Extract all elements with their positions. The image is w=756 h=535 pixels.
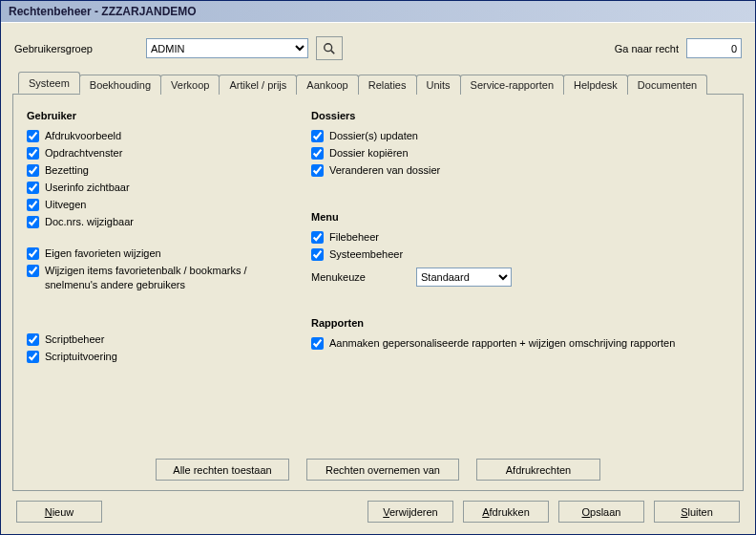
checkbox-wijzigen-favorietenbalk[interactable] (27, 265, 39, 277)
save-button[interactable]: Opslaan (558, 501, 644, 523)
checkbox-row: Wijzigen items favorietenbalk / bookmark… (27, 264, 284, 292)
tab-service-rapporten[interactable]: Service-rapporten (460, 75, 564, 95)
menukeuze-select[interactable]: Standaard (416, 268, 512, 287)
checkbox-filebeheer[interactable] (311, 231, 324, 244)
checkbox-dossier-kopieren[interactable] (311, 147, 324, 160)
usergroup-select[interactable]: ADMIN (146, 38, 308, 58)
delete-button[interactable]: Verwijderen (368, 501, 453, 523)
checkbox-aanmaken-rapporten[interactable] (311, 337, 324, 350)
usergroup-label: Gebruikersgroep (14, 43, 138, 54)
tab-helpdesk[interactable]: Helpdesk (563, 75, 628, 95)
goto-right-label: Ga naar recht (615, 43, 679, 54)
checkbox-row: Veranderen van dossier (311, 163, 729, 178)
tabstrip: Systeem Boekhouding Verkoop Artikel / pr… (12, 72, 744, 95)
checkbox-scriptuitvoering[interactable] (27, 351, 39, 363)
checkbox-row: Scriptuitvoering (27, 350, 284, 364)
close-button[interactable]: Sluiten (654, 501, 740, 523)
new-button[interactable]: Nieuw (16, 501, 102, 523)
svg-point-0 (325, 43, 332, 51)
checkbox-label: Veranderen van dossier (329, 163, 440, 178)
checkbox-docnrs-wijzigbaar[interactable] (27, 216, 39, 228)
window-body: Gebruikersgroep ADMIN Ga naar recht Syst… (1, 23, 755, 534)
checkbox-userinfo-zichtbaar[interactable] (27, 182, 39, 194)
checkbox-row: Bezetting (27, 163, 284, 178)
svg-line-1 (331, 50, 334, 53)
group-title-rapporten: Rapporten (311, 317, 729, 329)
checkbox-eigen-favorieten[interactable] (27, 247, 39, 260)
checkbox-label: Userinfo zichtbaar (45, 181, 130, 195)
tab-boekhouding[interactable]: Boekhouding (79, 75, 161, 95)
checkbox-row: Uitvegen (27, 198, 284, 212)
checkbox-label: Wijzigen items favorietenbalk / bookmark… (45, 264, 284, 292)
panel-button-row: Alle rechten toestaan Rechten overnemen … (27, 449, 729, 481)
checkbox-label: Scriptbeheer (45, 332, 104, 347)
checkbox-label: Scriptuitvoering (45, 350, 117, 364)
checkbox-uitvegen[interactable] (27, 199, 39, 211)
checkbox-label: Dossier(s) updaten (329, 129, 418, 143)
checkbox-row: Eigen favorieten wijzigen (27, 246, 284, 261)
checkbox-label: Afdrukvoorbeeld (45, 129, 121, 143)
checkbox-label: Doc.nrs. wijzigbaar (45, 215, 134, 229)
checkbox-row: Doc.nrs. wijzigbaar (27, 215, 284, 229)
group-title-menu: Menu (311, 211, 729, 223)
checkbox-label: Systeembeheer (329, 247, 403, 262)
tab-panel-systeem: Gebruiker Afdrukvoorbeeld Opdrachtvenste… (12, 95, 744, 491)
checkbox-opdrachtvenster[interactable] (27, 147, 39, 160)
checkbox-label: Filebeheer (329, 230, 379, 245)
window-root: Rechtenbeheer - ZZZARJANDEMO Gebruikersg… (0, 0, 756, 535)
checkbox-bezetting[interactable] (27, 164, 39, 177)
checkbox-label: Dossier kopiëren (329, 146, 409, 160)
checkbox-label: Eigen favorieten wijzigen (45, 246, 161, 261)
tab-relaties[interactable]: Relaties (358, 75, 417, 95)
tab-units[interactable]: Units (416, 75, 461, 95)
top-row: Gebruikersgroep ADMIN Ga naar recht (12, 31, 744, 72)
search-button[interactable] (316, 36, 343, 60)
column-gebruiker: Gebruiker Afdrukvoorbeeld Opdrachtvenste… (27, 106, 284, 367)
print-rights-button[interactable]: Afdrukrechten (476, 459, 600, 481)
print-button[interactable]: Afdrukken (463, 501, 549, 523)
checkbox-systeembeheer[interactable] (311, 248, 324, 261)
checkbox-label: Opdrachtvenster (45, 146, 122, 160)
checkbox-scriptbeheer[interactable] (27, 333, 39, 346)
search-icon (323, 42, 336, 55)
group-title-gebruiker: Gebruiker (27, 110, 284, 121)
checkbox-row: Afdrukvoorbeeld (27, 129, 284, 143)
menukeuze-row: Menukeuze Standaard (311, 268, 729, 287)
tab-systeem[interactable]: Systeem (18, 72, 80, 94)
checkbox-row: Opdrachtvenster (27, 146, 284, 160)
checkbox-label: Aanmaken gepersonaliseerde rapporten + w… (329, 336, 675, 351)
goto-right-input[interactable] (686, 38, 742, 58)
tab-verkoop[interactable]: Verkoop (160, 75, 220, 95)
checkbox-row: Systeembeheer (311, 247, 729, 262)
tab-documenten[interactable]: Documenten (627, 75, 707, 95)
checkbox-row: Dossier(s) updaten (311, 129, 729, 143)
checkbox-label: Uitvegen (45, 198, 86, 212)
tab-aankoop[interactable]: Aankoop (296, 75, 358, 95)
checkbox-veranderen-dossier[interactable] (311, 164, 324, 177)
checkbox-label: Bezetting (45, 163, 89, 178)
checkbox-row: Aanmaken gepersonaliseerde rapporten + w… (311, 336, 729, 351)
column-right: Dossiers Dossier(s) updaten Dossier kopi… (311, 106, 729, 353)
titlebar: Rechtenbeheer - ZZZARJANDEMO (1, 1, 755, 23)
tab-artikel-prijs[interactable]: Artikel / prijs (219, 75, 297, 95)
menukeuze-label: Menukeuze (311, 271, 407, 283)
take-rights-from-button[interactable]: Rechten overnemen van (306, 459, 459, 481)
checkbox-row: Dossier kopiëren (311, 146, 729, 160)
checkbox-row: Scriptbeheer (27, 332, 284, 347)
checkbox-row: Filebeheer (311, 230, 729, 245)
checkbox-row: Userinfo zichtbaar (27, 181, 284, 195)
checkbox-dossiers-updaten[interactable] (311, 130, 324, 142)
window-title: Rechtenbeheer - ZZZARJANDEMO (9, 5, 197, 18)
footer-button-row: Nieuw Verwijderen Afdrukken Opslaan Slui… (12, 491, 744, 526)
allow-all-rights-button[interactable]: Alle rechten toestaan (156, 459, 289, 481)
group-title-dossiers: Dossiers (311, 110, 729, 121)
checkbox-afdrukvoorbeeld[interactable] (27, 130, 39, 142)
